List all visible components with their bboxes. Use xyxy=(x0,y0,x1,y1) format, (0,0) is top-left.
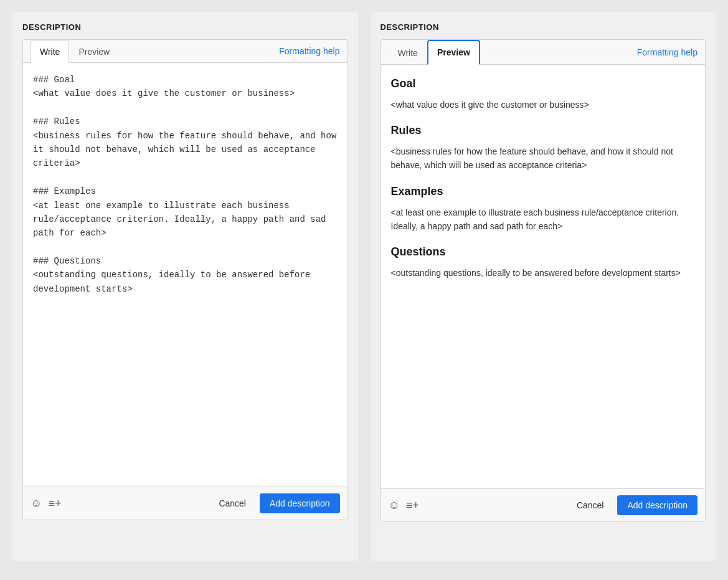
left-editor-footer: ☺ ≡+ Cancel Add description xyxy=(23,487,347,520)
right-editor-footer: ☺ ≡+ Cancel Add description xyxy=(381,488,706,521)
preview-body-goal: <what value does it give the customer or… xyxy=(391,98,696,112)
left-editor-container: Write Preview Formatting help ### Goal <… xyxy=(22,39,348,520)
preview-heading-goal: Goal xyxy=(391,75,696,93)
preview-heading-questions: Questions xyxy=(391,243,696,261)
left-tab-bar: Write Preview Formatting help xyxy=(23,40,347,63)
left-tab-preview[interactable]: Preview xyxy=(69,40,119,63)
left-emoji-icon[interactable]: ☺ xyxy=(31,497,42,510)
right-editor-container: Write Preview Formatting help Goal <what… xyxy=(381,39,706,522)
right-template-icon[interactable]: ≡+ xyxy=(406,499,419,512)
right-formatting-help-link[interactable]: Formatting help xyxy=(637,41,697,64)
right-tab-write[interactable]: Write xyxy=(389,41,427,64)
left-formatting-help-link[interactable]: Formatting help xyxy=(279,40,339,62)
preview-section-goal: Goal <what value does it give the custom… xyxy=(391,75,696,112)
preview-body-questions: <outstanding questions, ideally to be an… xyxy=(391,266,696,280)
preview-heading-rules: Rules xyxy=(391,121,696,140)
right-emoji-icon[interactable]: ☺ xyxy=(389,499,400,512)
right-panel: DESCRIPTION Write Preview Formatting hel… xyxy=(371,12,716,561)
preview-section-questions: Questions <outstanding questions, ideall… xyxy=(391,243,696,280)
right-preview-content: Goal <what value does it give the custom… xyxy=(381,65,706,488)
right-panel-title: DESCRIPTION xyxy=(381,22,706,32)
left-cancel-button[interactable]: Cancel xyxy=(211,495,253,512)
left-template-icon[interactable]: ≡+ xyxy=(48,497,61,510)
preview-section-examples: Examples <at least one example to illust… xyxy=(391,183,696,234)
preview-body-rules: <business rules for how the feature shou… xyxy=(391,145,696,173)
left-add-button[interactable]: Add description xyxy=(260,493,340,513)
right-cancel-button[interactable]: Cancel xyxy=(569,497,612,514)
left-panel: DESCRIPTION Write Preview Formatting hel… xyxy=(12,12,358,561)
right-add-button[interactable]: Add description xyxy=(617,495,697,515)
right-tab-bar: Write Preview Formatting help xyxy=(381,40,706,65)
preview-body-examples: <at least one example to illustrate each… xyxy=(391,206,696,234)
left-write-content[interactable]: ### Goal <what value does it give the cu… xyxy=(23,63,347,487)
left-panel-title: DESCRIPTION xyxy=(22,22,348,32)
preview-heading-examples: Examples xyxy=(391,183,696,201)
right-tab-preview[interactable]: Preview xyxy=(427,40,480,65)
left-tab-write[interactable]: Write xyxy=(31,40,69,63)
preview-section-rules: Rules <business rules for how the featur… xyxy=(391,121,696,173)
